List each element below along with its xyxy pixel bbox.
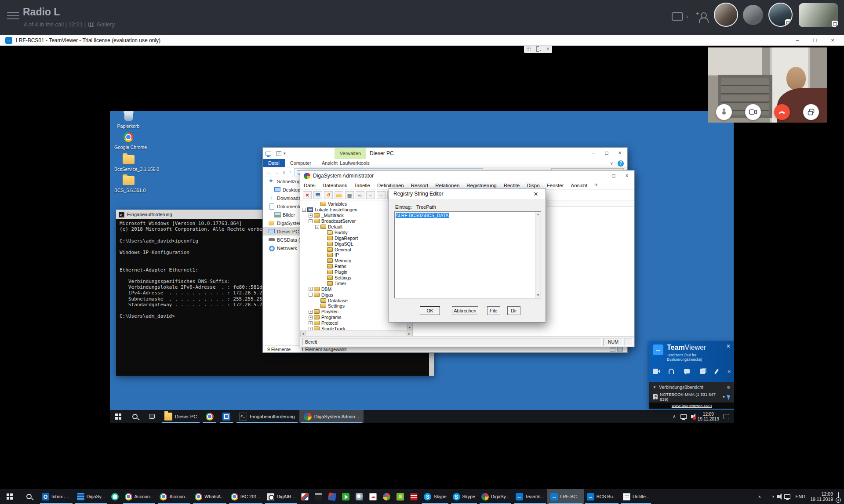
dialog-button[interactable]: OK (420, 306, 440, 315)
taskbar-app-button[interactable] (108, 489, 122, 504)
taskbar-app-button[interactable] (353, 489, 366, 504)
chat-icon[interactable] (684, 369, 690, 373)
tree-expander[interactable]: - (302, 208, 306, 212)
close-button[interactable]: × (824, 35, 841, 46)
details-view-icon[interactable] (610, 347, 615, 352)
desktop-icon[interactable]: BCS_5.6.351.0 (114, 174, 142, 193)
taskbar-app-button[interactable] (325, 489, 339, 504)
whiteboard-icon[interactable] (714, 369, 719, 374)
forward-icon[interactable]: → (274, 169, 280, 175)
audio-icon[interactable] (669, 369, 674, 374)
taskbar-app-button[interactable]: Skype (450, 489, 478, 504)
camera-button[interactable] (745, 104, 761, 120)
start-button[interactable] (0, 489, 19, 504)
properties-icon[interactable]: ✓ (276, 151, 281, 156)
desktop-icon[interactable]: Google Chrome (114, 132, 142, 150)
taskbar-app-button[interactable]: Accoun... (122, 489, 157, 504)
close-icon[interactable]: ✕ (726, 343, 731, 349)
tray-chevron-icon[interactable]: ∧ (673, 414, 676, 419)
menu-item[interactable]: Fenster (547, 183, 564, 188)
taskbar-app-button[interactable]: LRF-BC... (547, 489, 584, 504)
connection-overview-header[interactable]: ▼ Verbindungsübersicht ⚙ (649, 382, 734, 391)
taskbar-app-button[interactable] (312, 489, 325, 504)
taskbar-app-button[interactable]: DigaSy... (74, 489, 108, 504)
hang-up-button[interactable] (774, 104, 790, 120)
dialog-titlebar[interactable]: Registry String Editor ✕ (389, 189, 546, 199)
taskbar-app-button[interactable] (393, 489, 407, 504)
tree-expander[interactable]: + (309, 310, 313, 314)
ribbon-expand-icon[interactable]: ∨ (610, 161, 613, 166)
taskbar-app-button[interactable] (201, 410, 218, 423)
task-view-button[interactable] (143, 410, 160, 423)
participant-avatar[interactable] (768, 3, 793, 27)
close-icon[interactable]: ✕ (531, 191, 541, 197)
dialog-button[interactable]: Dir (507, 306, 520, 315)
speaker-muted-icon[interactable] (691, 415, 693, 418)
battery-icon[interactable] (766, 495, 772, 498)
desktop-icon[interactable]: Papierkorb (114, 111, 142, 129)
connection-row[interactable]: NOTEBOOK-MMA (1 531 647 839) ▼ (649, 391, 734, 402)
minimize-button[interactable]: – (789, 35, 806, 46)
video-icon[interactable] (653, 369, 658, 374)
menu-item[interactable]: Relationen (435, 183, 459, 188)
minimize-button[interactable]: – (594, 170, 607, 181)
maximize-button[interactable]: □ (607, 170, 620, 181)
find-icon[interactable]: ∞ (356, 191, 364, 199)
maximize-button[interactable]: □ (600, 148, 613, 158)
help-icon[interactable]: ? (618, 160, 624, 167)
tree-horizontal-scrollbar[interactable]: ◄► (300, 330, 412, 336)
taskbar-app-button[interactable]: Inbox - ... (39, 489, 74, 504)
sidebar-item[interactable]: BCSData (D:) (263, 236, 300, 244)
taskbar-app-button[interactable]: IBC 201... (228, 489, 264, 504)
taskbar-app-button[interactable]: DigaSystem Admin... (299, 410, 364, 423)
desktop-icon[interactable]: BcsService_3.1.156.0 (114, 153, 142, 172)
tree-expander[interactable]: - (309, 219, 313, 223)
menu-item[interactable]: Datenbank (323, 183, 347, 188)
layout-view-button[interactable]: ∨ (672, 12, 689, 21)
taskbar-app-button[interactable] (339, 489, 353, 504)
taskbar-app-button[interactable]: Dieser PC (160, 410, 201, 423)
display-network-icon[interactable] (784, 494, 790, 499)
undo-icon[interactable]: ↺ (324, 191, 333, 199)
close-button[interactable]: × (620, 170, 633, 181)
taskbar-app-button[interactable]: BCS Bu... (584, 489, 620, 504)
up-icon[interactable]: ↑ (289, 169, 291, 175)
taskbar-app-button[interactable]: Skype (421, 489, 449, 504)
maximize-button[interactable]: □ (806, 35, 824, 46)
file-transfer-icon[interactable] (700, 369, 705, 374)
taskbar-app-button[interactable]: DigaSy... (478, 489, 513, 504)
tree-expander[interactable]: + (309, 321, 313, 325)
menu-item[interactable]: Tabelle (354, 183, 370, 188)
tree-expander[interactable]: - (309, 293, 313, 297)
menu-item[interactable]: Dispo (527, 183, 539, 188)
language-indicator[interactable]: ENG (795, 494, 805, 499)
tree-item[interactable]: + SingleTrack (302, 326, 406, 330)
gallery-label[interactable]: Gallery (97, 21, 115, 28)
tree-expander[interactable]: - (315, 225, 319, 229)
tray-chevron-icon[interactable]: ∧ (758, 494, 761, 499)
taskbar-app-button[interactable] (380, 489, 393, 504)
sidebar-item[interactable]: Schnellzugriff (263, 177, 300, 185)
menu-item[interactable]: ? (594, 183, 597, 188)
self-video-thumbnail[interactable] (799, 3, 838, 27)
taskbar-app-button[interactable]: Untitle... (620, 489, 653, 504)
admin-titlebar[interactable]: DigaSystem Administrator – □ × (300, 170, 634, 181)
menu-item[interactable]: Ressort (411, 183, 429, 188)
menu-item[interactable]: Definitionen (377, 183, 404, 188)
explorer-titlebar[interactable]: | ✓ ▾ Verwalten Dieser PC – □ × (263, 148, 627, 159)
sidebar-item[interactable]: Netzwerk (263, 244, 300, 252)
speaker-icon[interactable] (777, 495, 779, 498)
taskbar-app-button[interactable]: WhatsA... (192, 489, 228, 504)
sidebar-item[interactable]: Downloads (263, 194, 300, 202)
close-button[interactable]: × (613, 148, 626, 158)
dialog-button[interactable]: File (487, 306, 500, 315)
value-textbox[interactable]: \\LRF-BCS02\BCS_DATA ▲▼ (394, 211, 541, 298)
ribbon-tab[interactable]: Laufwerktools (335, 159, 375, 167)
tree-expander[interactable]: + (309, 327, 313, 330)
tree-expander[interactable]: + (309, 287, 313, 291)
minimize-button[interactable]: – (587, 148, 600, 158)
host-clock[interactable]: 12:09 19.11.2019 (810, 491, 833, 502)
teamviewer-website-link[interactable]: www.teamviewer.com (649, 402, 734, 409)
search-button[interactable] (127, 410, 143, 423)
taskbar-app-button[interactable]: TeamVi... (513, 489, 548, 504)
